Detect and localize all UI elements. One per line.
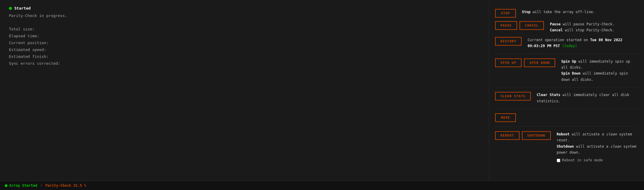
cancel-label: Cancel <box>550 28 563 32</box>
reboot-desc: Reboot will activate a clean system rese… <box>557 131 638 163</box>
history-desc: Current operation started on Tue 08 Nov … <box>528 37 638 49</box>
clear-row: CLEAR STATS Clear Stats will immediately… <box>495 92 638 104</box>
shutdown-button[interactable]: SHUTDOWN <box>522 131 551 140</box>
spin-buttons: SPIN UP SPIN DOWN <box>495 58 555 67</box>
pause-cancel-buttons: PAUSE CANCEL <box>495 21 544 30</box>
reboot-row: REBOOT SHUTDOWN Reboot will activate a c… <box>495 131 638 163</box>
reboot-button[interactable]: REBOOT <box>495 131 519 140</box>
spin-row: SPIN UP SPIN DOWN Spin Up will immediate… <box>495 58 638 83</box>
spin-desc: Spin Up will immediately spin up all dis… <box>561 58 638 83</box>
status-text: Started <box>14 6 31 10</box>
section-move: MOVE <box>495 109 638 127</box>
left-panel: Started Parity-Check in progress. Total … <box>0 0 489 181</box>
right-panel: STOP Stop will take the array off-line. … <box>489 0 644 181</box>
status-bar-separator: • <box>40 183 42 188</box>
status-dot <box>9 7 12 10</box>
status-row: Started <box>9 6 480 10</box>
pause-button[interactable]: PAUSE <box>495 21 517 30</box>
reboot-em: clean <box>606 132 617 136</box>
history-buttons: HISTORY <box>495 37 522 46</box>
move-row: MOVE <box>495 113 638 122</box>
stop-label: Stop <box>522 10 531 14</box>
shutdown-em: clean <box>610 144 621 149</box>
clear-desc: Clear Stats will immediately clear all d… <box>537 92 638 104</box>
stop-row: STOP Stop will take the array off-line. <box>495 9 638 18</box>
status-bar-array-label: Array Started <box>9 183 37 188</box>
clear-stats-label: Clear Stats <box>537 93 560 97</box>
estimated-finish-label: Estimated finish: <box>9 54 480 59</box>
section-stop: STOP Stop will take the array off-line. … <box>495 4 638 54</box>
cancel-button[interactable]: CANCEL <box>519 21 544 30</box>
reboot-label: Reboot <box>557 132 570 136</box>
estimated-speed-label: Estimated speed: <box>9 47 480 52</box>
section-reboot: REBOOT SHUTDOWN Reboot will activate a c… <box>495 127 638 168</box>
status-bar-dot <box>5 184 7 187</box>
pause-label: Pause <box>550 22 561 26</box>
parity-check-text: Parity-Check in progress. <box>9 13 480 18</box>
stop-desc: Stop will take the array off-line. <box>522 9 638 15</box>
stop-desc-text: will take the array off-line. <box>531 10 595 14</box>
reboot-shutdown-buttons: REBOOT SHUTDOWN <box>495 131 551 140</box>
main-content: Started Parity-Check in progress. Total … <box>0 0 644 181</box>
current-position-label: Current position: <box>9 41 480 45</box>
info-labels: Total size: Elapsed time: Current positi… <box>9 27 480 66</box>
clear-buttons: CLEAR STATS <box>495 92 531 101</box>
total-size-label: Total size: <box>9 27 480 31</box>
pause-cancel-row: PAUSE CANCEL Pause will pause Parity-Che… <box>495 21 638 33</box>
history-button[interactable]: HISTORY <box>495 37 522 46</box>
move-buttons: MOVE <box>495 113 516 122</box>
spin-down-label: Spin Down <box>561 71 581 75</box>
status-bar: Array Started • Parity-Check 32.5 % <box>0 181 644 190</box>
stop-buttons: STOP <box>495 9 516 18</box>
move-button[interactable]: MOVE <box>495 113 516 122</box>
spin-down-button[interactable]: SPIN DOWN <box>524 58 555 67</box>
safe-mode-row: Reboot in safe mode <box>557 157 638 163</box>
pause-cancel-desc: Pause will pause Parity-Check. Cancel wi… <box>550 21 638 33</box>
safe-mode-checkbox[interactable] <box>557 159 560 162</box>
sync-errors-label: Sync errors corrected: <box>9 61 480 66</box>
history-today: (today) <box>560 44 577 48</box>
spin-up-button[interactable]: SPIN UP <box>495 58 522 67</box>
safe-mode-label: Reboot in safe mode <box>562 157 603 163</box>
section-spin: SPIN UP SPIN DOWN Spin Up will immediate… <box>495 54 638 88</box>
status-bar-parity-label: Parity-Check 32.5 % <box>45 183 86 188</box>
section-clear: CLEAR STATS Clear Stats will immediately… <box>495 87 638 109</box>
history-desc-prefix: Current operation started on <box>528 38 590 42</box>
clear-stats-button[interactable]: CLEAR STATS <box>495 92 531 101</box>
spin-up-label: Spin Up <box>561 59 576 64</box>
stop-button[interactable]: STOP <box>495 9 516 18</box>
elapsed-time-label: Elapsed time: <box>9 34 480 38</box>
history-row: HISTORY Current operation started on Tue… <box>495 37 638 49</box>
shutdown-label: Shutdown <box>557 144 574 149</box>
